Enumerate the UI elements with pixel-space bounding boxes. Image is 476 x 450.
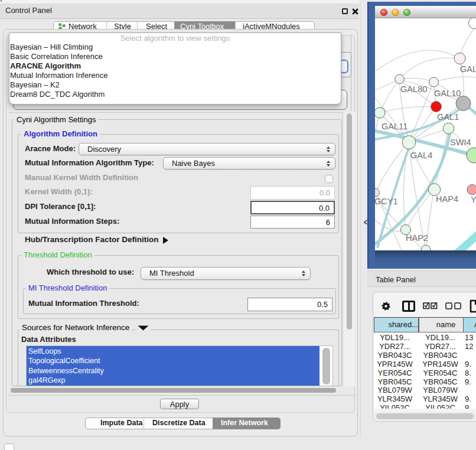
svg-text:GAL2: GAL2 bbox=[460, 64, 476, 74]
svg-text:Y: Y bbox=[471, 195, 476, 204]
svg-text:GCY1: GCY1 bbox=[375, 197, 398, 206]
svg-text:HAP4: HAP4 bbox=[436, 194, 458, 204]
svg-text:HAP2: HAP2 bbox=[406, 233, 428, 243]
svg-text:GAL80: GAL80 bbox=[400, 84, 427, 94]
svg-text:SWI4: SWI4 bbox=[450, 138, 471, 147]
svg-text:GAL11: GAL11 bbox=[382, 122, 407, 131]
svg-text:GAL1: GAL1 bbox=[437, 112, 459, 122]
svg-text:GAL4: GAL4 bbox=[410, 151, 432, 160]
svg-text:GAL10: GAL10 bbox=[434, 89, 461, 98]
